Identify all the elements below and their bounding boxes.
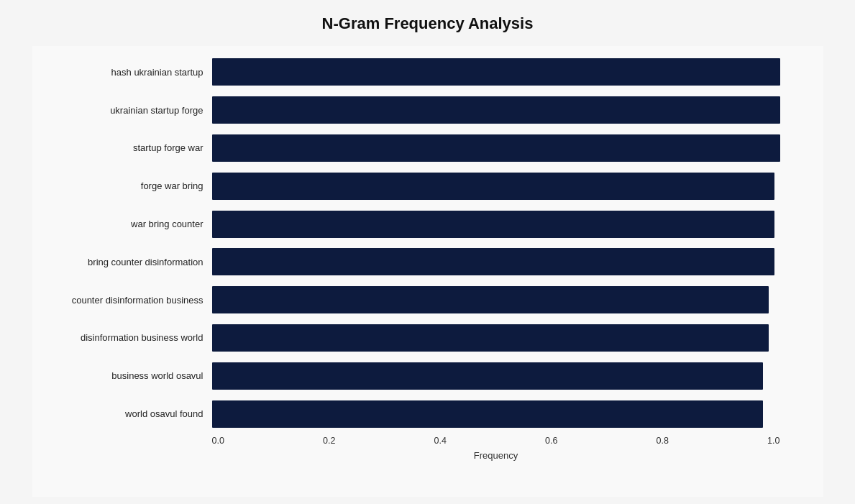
bar-track: [212, 286, 780, 313]
bar-fill: [212, 58, 780, 86]
bar-label: counter disinformation business: [32, 295, 212, 306]
bar-track: [212, 211, 780, 238]
x-tick: 0.6: [545, 436, 557, 446]
chart-area: hash ukrainian startupukrainian startup …: [32, 46, 823, 497]
bar-row: hash ukrainian startup: [32, 55, 780, 89]
bar-label: bring counter disinformation: [32, 257, 212, 267]
bar-label: world osavul found: [32, 408, 212, 419]
bar-track: [212, 400, 780, 428]
bar-track: [212, 362, 780, 390]
bar-label: business world osavul: [32, 370, 212, 381]
bar-row: ukrainian startup forge: [32, 93, 780, 127]
bar-track: [212, 324, 780, 352]
bar-fill: [212, 286, 769, 313]
bar-fill: [212, 248, 774, 275]
bar-track: [212, 134, 780, 162]
bar-fill: [212, 324, 769, 352]
bar-row: forge war bring: [32, 169, 780, 203]
bar-track: [212, 248, 780, 275]
x-tick: 0.0: [212, 436, 224, 446]
bar-fill: [212, 400, 763, 428]
bar-label: ukrainian startup forge: [32, 105, 212, 116]
bar-row: counter disinformation business: [32, 283, 780, 317]
bar-track: [212, 96, 780, 124]
x-axis: 0.00.20.40.60.81.0: [32, 436, 780, 446]
bar-row: startup forge war: [32, 131, 780, 165]
bar-label: forge war bring: [32, 180, 212, 191]
x-tick: 0.4: [434, 436, 447, 446]
chart-container: N-Gram Frequency Analysis hash ukrainian…: [0, 0, 855, 504]
bar-row: bring counter disinformation: [32, 244, 780, 279]
bar-label: startup forge war: [32, 142, 212, 153]
chart-title: N-Gram Frequency Analysis: [322, 14, 534, 33]
bar-row: world osavul found: [32, 397, 780, 431]
bar-fill: [212, 96, 780, 124]
bar-fill: [212, 211, 774, 238]
x-tick: 0.8: [657, 436, 669, 446]
bar-track: [212, 58, 780, 86]
bar-row: war bring counter: [32, 207, 780, 242]
bars-section: hash ukrainian startupukrainian startup …: [32, 53, 780, 433]
bar-fill: [212, 362, 763, 390]
bar-label: disinformation business world: [32, 332, 212, 343]
bar-row: business world osavul: [32, 359, 780, 393]
bar-label: hash ukrainian startup: [32, 67, 212, 78]
bar-label: war bring counter: [32, 219, 212, 229]
x-tick: 0.2: [323, 436, 335, 446]
bar-track: [212, 173, 780, 200]
x-axis-label: Frequency: [32, 450, 780, 461]
x-tick: 1.0: [767, 436, 779, 446]
bar-fill: [212, 134, 780, 162]
bar-fill: [212, 173, 774, 200]
bar-row: disinformation business world: [32, 321, 780, 355]
